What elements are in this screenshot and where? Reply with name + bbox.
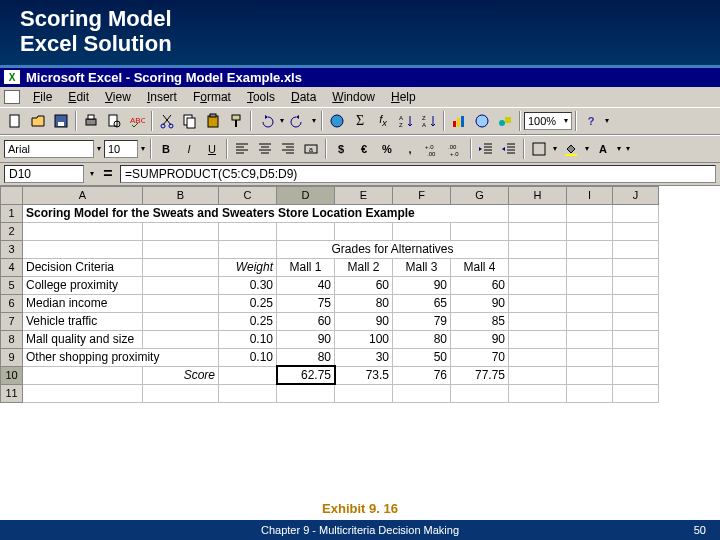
cell-I2[interactable] — [567, 222, 613, 240]
cell-B8[interactable] — [143, 330, 219, 348]
row-header-1[interactable]: 1 — [1, 204, 23, 222]
cell-A6[interactable]: Median income — [23, 294, 143, 312]
cell-C6[interactable]: 0.25 — [219, 294, 277, 312]
cell-A10[interactable] — [23, 366, 143, 384]
new-icon[interactable] — [4, 110, 26, 132]
cell-H4[interactable] — [509, 258, 567, 276]
row-header-4[interactable]: 4 — [1, 258, 23, 276]
cell-E6[interactable]: 80 — [335, 294, 393, 312]
cell-H10[interactable] — [509, 366, 567, 384]
select-all-corner[interactable] — [1, 186, 23, 204]
cell-J8[interactable] — [613, 330, 659, 348]
menu-file[interactable]: File — [26, 89, 59, 105]
col-header-E[interactable]: E — [335, 186, 393, 204]
italic-icon[interactable]: I — [178, 138, 200, 160]
undo-dropdown[interactable] — [278, 112, 286, 130]
preview-icon[interactable] — [103, 110, 125, 132]
cell-E9[interactable]: 30 — [335, 348, 393, 366]
redo-icon[interactable] — [287, 110, 309, 132]
cell-D4[interactable]: Mall 1 — [277, 258, 335, 276]
cell-A3[interactable] — [23, 240, 143, 258]
cell-J9[interactable] — [613, 348, 659, 366]
cell-D10[interactable]: 62.75 — [277, 366, 335, 384]
cell-I10[interactable] — [567, 366, 613, 384]
cell-B5[interactable] — [143, 276, 219, 294]
cell-A7[interactable]: Vehicle traffic — [23, 312, 143, 330]
cell-A1[interactable]: Scoring Model for the Sweats and Sweater… — [23, 204, 509, 222]
cell-J1[interactable] — [613, 204, 659, 222]
row-header-8[interactable]: 8 — [1, 330, 23, 348]
formula-equals-button[interactable]: = — [100, 165, 116, 183]
row-header-7[interactable]: 7 — [1, 312, 23, 330]
cell-H9[interactable] — [509, 348, 567, 366]
align-right-icon[interactable] — [277, 138, 299, 160]
font-color-icon[interactable]: A — [592, 138, 614, 160]
fill-color-icon[interactable] — [560, 138, 582, 160]
cell-A11[interactable] — [23, 384, 143, 402]
cell-I8[interactable] — [567, 330, 613, 348]
currency-icon[interactable]: $ — [330, 138, 352, 160]
format-painter-icon[interactable] — [225, 110, 247, 132]
cell-F7[interactable]: 79 — [393, 312, 451, 330]
underline-icon[interactable]: U — [201, 138, 223, 160]
font-name-combo[interactable]: Arial — [4, 140, 94, 158]
cell-C7[interactable]: 0.25 — [219, 312, 277, 330]
formula-input[interactable]: =SUMPRODUCT(C5:C9,D5:D9) — [120, 165, 716, 183]
cell-A8[interactable]: Mall quality and size — [23, 330, 143, 348]
cell-G11[interactable] — [451, 384, 509, 402]
merge-center-icon[interactable]: a — [300, 138, 322, 160]
borders-dropdown[interactable] — [551, 140, 559, 158]
menu-insert[interactable]: Insert — [140, 89, 184, 105]
borders-icon[interactable] — [528, 138, 550, 160]
percent-icon[interactable]: % — [376, 138, 398, 160]
col-header-A[interactable]: A — [23, 186, 143, 204]
col-header-J[interactable]: J — [613, 186, 659, 204]
font-color-dropdown[interactable] — [615, 140, 623, 158]
chart-wizard-icon[interactable] — [448, 110, 470, 132]
comma-icon[interactable]: , — [399, 138, 421, 160]
cell-D8[interactable]: 90 — [277, 330, 335, 348]
row-header-5[interactable]: 5 — [1, 276, 23, 294]
cell-J3[interactable] — [613, 240, 659, 258]
cell-A5[interactable]: College proximity — [23, 276, 143, 294]
cell-C8[interactable]: 0.10 — [219, 330, 277, 348]
cell-D2[interactable] — [277, 222, 335, 240]
cell-I11[interactable] — [567, 384, 613, 402]
cell-I3[interactable] — [567, 240, 613, 258]
cell-I9[interactable] — [567, 348, 613, 366]
col-header-B[interactable]: B — [143, 186, 219, 204]
cut-icon[interactable] — [156, 110, 178, 132]
cell-E4[interactable]: Mall 2 — [335, 258, 393, 276]
cell-F5[interactable]: 90 — [393, 276, 451, 294]
cell-C9[interactable]: 0.10 — [219, 348, 277, 366]
menu-data[interactable]: Data — [284, 89, 323, 105]
cell-E7[interactable]: 90 — [335, 312, 393, 330]
cell-G4[interactable]: Mall 4 — [451, 258, 509, 276]
undo-icon[interactable] — [255, 110, 277, 132]
col-header-G[interactable]: G — [451, 186, 509, 204]
col-header-D[interactable]: D — [277, 186, 335, 204]
cell-C2[interactable] — [219, 222, 277, 240]
menu-window[interactable]: Window — [325, 89, 382, 105]
cell-C10[interactable] — [219, 366, 277, 384]
col-header-H[interactable]: H — [509, 186, 567, 204]
function-icon[interactable]: fx — [372, 110, 394, 132]
cell-J2[interactable] — [613, 222, 659, 240]
decrease-indent-icon[interactable] — [475, 138, 497, 160]
cell-D9[interactable]: 80 — [277, 348, 335, 366]
paste-icon[interactable] — [202, 110, 224, 132]
decrease-decimal-icon[interactable]: .00+.0 — [445, 138, 467, 160]
cell-B11[interactable] — [143, 384, 219, 402]
cell-F10[interactable]: 76 — [393, 366, 451, 384]
cell-E5[interactable]: 60 — [335, 276, 393, 294]
menu-format[interactable]: Format — [186, 89, 238, 105]
cell-H1[interactable] — [509, 204, 567, 222]
cell-J4[interactable] — [613, 258, 659, 276]
sort-desc-icon[interactable]: ZA — [418, 110, 440, 132]
cell-J5[interactable] — [613, 276, 659, 294]
menu-tools[interactable]: Tools — [240, 89, 282, 105]
cell-F4[interactable]: Mall 3 — [393, 258, 451, 276]
align-left-icon[interactable] — [231, 138, 253, 160]
col-header-F[interactable]: F — [393, 186, 451, 204]
toolbar-options[interactable] — [603, 112, 611, 130]
